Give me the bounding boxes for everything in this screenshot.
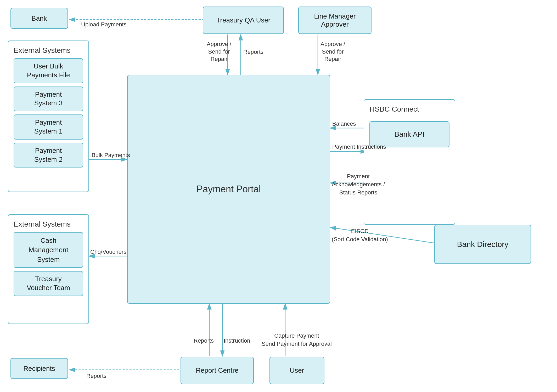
reports-bottom-dashed-label: Reports — [86, 372, 106, 380]
bulk-payments-label: Bulk Payments — [92, 152, 130, 159]
line-manager-box: Line Manager Approver — [298, 7, 372, 34]
treasury-voucher-box: TreasuryVoucher Team — [14, 271, 83, 296]
eiscd-label: EISCD(Sort Code Validation) — [332, 227, 388, 244]
balances-label: Balances — [332, 120, 356, 128]
hsbc-connect-container: HSBC Connect Bank API — [364, 99, 455, 225]
upload-payments-label: Upload Payments — [81, 21, 127, 28]
payment-system-3-box: PaymentSystem 3 — [14, 87, 83, 112]
bank-directory-box: Bank Directory — [434, 225, 531, 264]
external-systems-1-container: External Systems User BulkPayments File … — [8, 41, 89, 192]
treasury-qa-box: Treasury QA User — [203, 7, 284, 34]
payment-instructions-label: Payment Instructions — [332, 143, 386, 151]
chq-vouchers-label: Chq/Vouchers — [90, 248, 126, 256]
diagram-container: Bank Treasury QA User Line Manager Appro… — [0, 0, 557, 392]
payment-system-1-box: PaymentSystem 1 — [14, 114, 83, 140]
bank-box: Bank — [10, 8, 68, 29]
instruction-label: Instruction — [224, 337, 250, 345]
capture-payment-label: Capture PaymentSend Payment for Approval — [262, 332, 332, 348]
payment-portal-box: Payment Portal — [127, 75, 330, 304]
recipients-box: Recipients — [10, 358, 68, 379]
cash-management-box: CashManagementSystem — [14, 232, 83, 268]
user-bulk-payments-box: User BulkPayments File — [14, 58, 83, 83]
reports-up-label: Reports — [243, 48, 263, 56]
hsbc-connect-title: HSBC Connect — [369, 105, 449, 113]
user-box: User — [269, 357, 324, 384]
payment-ack-label: PaymentAcknowledgements /Status Reports — [332, 172, 385, 197]
report-centre-box: Report Centre — [181, 357, 254, 384]
external-systems-2-title: External Systems — [14, 220, 83, 228]
reports-bottom-left-label: Reports — [194, 337, 214, 345]
approve-repair-left-label: Approve /Send forRepair — [207, 41, 231, 63]
approve-repair-right-label: Approve /Send forRepair — [320, 41, 345, 63]
external-systems-1-title: External Systems — [14, 46, 83, 55]
payment-system-2-box: PaymentSystem 2 — [14, 143, 83, 168]
external-systems-2-container: External Systems CashManagementSystem Tr… — [8, 214, 89, 324]
